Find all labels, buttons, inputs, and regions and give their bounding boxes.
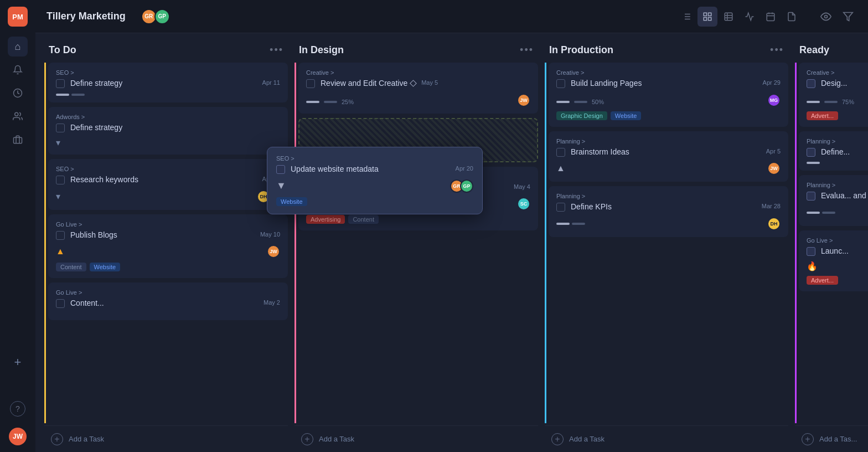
sidebar-item-briefcase[interactable] [8, 130, 28, 150]
priority-bar [306, 101, 319, 103]
task-avatars: JW [267, 245, 280, 258]
task-card[interactable]: Adwords > Define strategy ▾ [48, 107, 288, 155]
task-card[interactable]: Go Live > Launc... 🔥 Advert... [799, 230, 868, 292]
column-indesign-menu[interactable]: ••• [520, 44, 534, 56]
column-todo-header: To Do ••• [44, 42, 288, 63]
column-indesign: In Design ••• Creative > Review and Edit… [294, 42, 538, 452]
task-card[interactable]: SEO > Define strategy Apr 11 [48, 63, 288, 102]
add-task-label: Add a Tas... [819, 435, 857, 443]
task-card[interactable]: Go Live > Content... May 2 [48, 282, 288, 320]
drag-card-tags: Website [276, 197, 473, 206]
priority-bar [824, 101, 838, 103]
task-checkbox[interactable] [56, 124, 65, 132]
task-card[interactable]: Creative > Desig... 75% MG [799, 63, 868, 127]
board-view-btn[interactable] [698, 7, 717, 27]
task-meta: 75% MG [807, 94, 868, 107]
add-task-plus-icon: + [51, 433, 63, 445]
svg-rect-17 [767, 13, 774, 21]
task-card[interactable]: SEO > Research keywords Apr 13 ▾ DH P [48, 159, 288, 210]
avatar: SC [517, 197, 530, 210]
task-card[interactable]: Planning > Evalua... and N... DH [799, 175, 868, 226]
task-title: Evalua... and N... [821, 191, 868, 202]
task-card[interactable]: Planning > Define... [799, 131, 868, 171]
task-avatars: MG [767, 94, 781, 107]
add-task-button[interactable]: + Add a Task [545, 425, 788, 452]
add-task-button[interactable]: + Add a Tas... [795, 425, 868, 452]
task-checkbox[interactable] [556, 203, 565, 212]
filter-icon[interactable] [839, 8, 857, 25]
task-priority: ▲ [56, 246, 65, 256]
task-card[interactable]: Creative > Build Landing Pages Apr 29 50… [549, 63, 788, 127]
column-todo-menu[interactable]: ••• [270, 44, 283, 56]
tag-website: Website [276, 197, 307, 206]
task-meta: ▾ [56, 137, 280, 148]
sidebar: PM ⌂ + ? JW [0, 0, 35, 452]
priority-bar [807, 101, 820, 103]
doc-view-btn[interactable] [782, 7, 802, 27]
add-task-button[interactable]: + Add a Task [294, 425, 538, 452]
drag-card-checkbox[interactable] [276, 165, 285, 174]
gantt-view-btn[interactable] [740, 7, 760, 27]
eye-icon[interactable] [817, 8, 835, 25]
column-todo: To Do ••• SEO > Define strategy Apr 11 [44, 42, 288, 452]
task-checkbox[interactable] [56, 176, 65, 184]
priority-bar [56, 94, 69, 96]
task-checkbox[interactable] [807, 148, 815, 157]
task-card[interactable]: Planning > Define KPIs Mar 28 DH [549, 186, 788, 237]
app-logo[interactable]: PM [8, 7, 28, 27]
table-view-btn[interactable] [719, 7, 738, 27]
column-todo-title: To Do [49, 44, 76, 56]
task-checkbox[interactable] [556, 148, 565, 157]
task-progress: 75% [807, 99, 854, 105]
svg-rect-13 [725, 13, 732, 20]
drag-card-priority: ▼ [276, 180, 286, 192]
priority-bar [71, 94, 85, 96]
task-checkbox[interactable] [807, 192, 815, 201]
calendar-view-btn[interactable] [761, 7, 781, 27]
task-category: Planning > [807, 138, 868, 145]
priority-bar [556, 101, 570, 103]
column-indesign-body: Creative > Review and Edit Creative May … [294, 63, 538, 423]
drag-card-meta: ▼ GR GP [276, 179, 473, 193]
svg-rect-10 [709, 13, 711, 16]
member-avatar-gp[interactable]: GP [154, 9, 170, 24]
svg-marker-22 [844, 12, 853, 20]
priority-bar [574, 101, 587, 103]
task-top: Define strategy Apr 11 [56, 78, 280, 89]
sidebar-item-notifications[interactable] [8, 60, 28, 80]
column-inprod-menu[interactable]: ••• [770, 44, 784, 56]
list-view-btn[interactable] [676, 7, 696, 27]
task-checkbox[interactable] [807, 79, 815, 88]
task-card[interactable]: Go Live > Publish Blogs May 10 ▲ JW [48, 214, 288, 279]
task-title: Publish Blogs [70, 230, 255, 241]
sidebar-item-people[interactable] [8, 106, 28, 126]
task-priority: ▾ [56, 137, 60, 148]
task-title: Brainstorm Ideas [571, 147, 761, 158]
add-task-button[interactable]: + Add a Task [44, 425, 288, 452]
task-checkbox[interactable] [56, 231, 65, 240]
task-checkbox[interactable] [56, 299, 65, 308]
svg-rect-12 [704, 17, 706, 20]
task-card[interactable]: Planning > Brainstorm Ideas Apr 5 ▲ JW [549, 131, 788, 182]
progress-text: 75% [842, 99, 854, 105]
sidebar-item-add[interactable]: + [8, 352, 28, 372]
tag-advertising: Advert... [807, 111, 838, 120]
project-members: GR GP [141, 9, 170, 24]
tag-content: Content [56, 263, 86, 271]
add-task-label: Add a Task [319, 435, 354, 443]
task-checkbox[interactable] [306, 79, 315, 88]
priority-bar [572, 223, 585, 225]
task-checkbox[interactable] [56, 79, 65, 88]
task-checkbox[interactable] [807, 247, 815, 256]
column-inprod: In Production ••• Creative > Build Landi… [545, 42, 788, 452]
task-checkbox[interactable] [556, 79, 565, 88]
task-card[interactable]: Creative > Review and Edit Creative May … [298, 63, 538, 114]
sidebar-item-home[interactable]: ⌂ [8, 37, 28, 56]
task-date: Mar 28 [762, 203, 781, 209]
sidebar-item-help[interactable]: ? [10, 401, 25, 417]
sidebar-item-time[interactable] [8, 83, 28, 103]
task-meta: 50% MG [556, 94, 781, 107]
user-avatar[interactable]: JW [9, 428, 27, 445]
task-priority [807, 212, 835, 214]
task-meta: ▲ JW [56, 245, 280, 258]
